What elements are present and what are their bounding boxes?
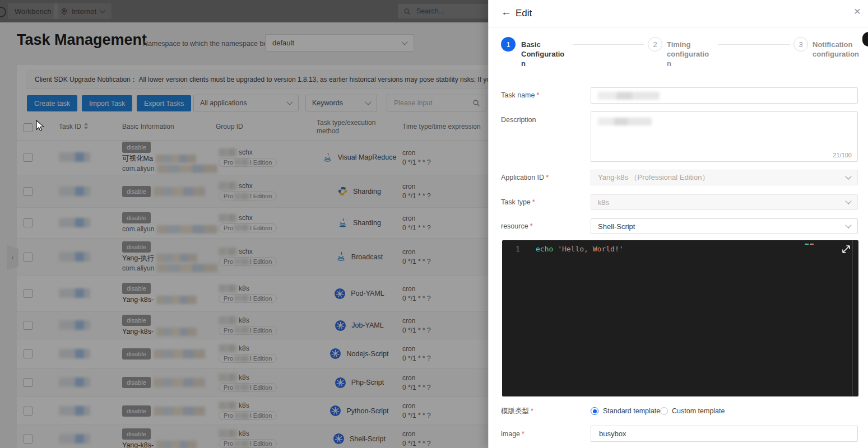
custom-template-option[interactable]: Custom template — [672, 407, 725, 415]
description-textarea[interactable]: 21/100 — [591, 111, 858, 162]
chevron-down-icon — [845, 198, 851, 204]
step-1-label: Basic Configuration — [521, 40, 566, 68]
task-type-label: Task type* — [501, 198, 535, 206]
char-counter: 21/100 — [833, 152, 852, 158]
application-id-value: Yang-k8s （Professional Edition） — [598, 172, 709, 183]
chevron-down-icon — [845, 222, 851, 228]
code-line: echo 'Hello, World!' — [536, 245, 624, 253]
drawer-title: Edit — [516, 8, 532, 19]
image-input-wrap — [591, 426, 858, 442]
task-type-value: k8s — [598, 198, 609, 207]
image-input[interactable] — [598, 429, 851, 438]
close-icon[interactable]: × — [854, 4, 861, 18]
redacted-value — [598, 92, 660, 100]
step-connector — [718, 44, 790, 45]
chevron-down-icon — [845, 173, 851, 179]
step-2-circle[interactable]: 2 — [648, 37, 662, 52]
minimap-mark — [810, 244, 814, 245]
drawer-mask[interactable] — [0, 0, 489, 448]
script-code-editor[interactable]: 1 echo 'Hello, World!' — [502, 240, 858, 396]
application-id-select[interactable]: Yang-k8s （Professional Edition） — [591, 170, 858, 185]
step-3-circle[interactable]: 3 — [793, 37, 808, 52]
app-root: Workbench Internet Task Management Names… — [0, 0, 868, 448]
standard-template-option[interactable]: Standard template — [603, 407, 660, 415]
application-id-label: Application ID* — [501, 174, 549, 181]
edit-drawer: ← Edit × 1 Basic Configuration 2 Timing … — [488, 0, 868, 448]
resource-value: Shell-Script — [598, 222, 635, 231]
header-divider — [489, 27, 868, 27]
description-label: Description — [501, 116, 536, 124]
step-2-label: Timing configuration — [667, 40, 712, 68]
mouse-cursor-icon — [36, 120, 47, 132]
step-3-label: Notification configuration — [813, 40, 864, 59]
resource-select[interactable]: Shell-Script — [591, 218, 858, 234]
minimap-mark — [805, 244, 809, 245]
task-name-input[interactable] — [591, 87, 858, 104]
resource-label: resource* — [501, 222, 533, 230]
standard-template-radio[interactable] — [591, 407, 598, 415]
back-arrow-icon[interactable]: ← — [501, 6, 512, 18]
template-type-label: 模版类型* — [501, 407, 533, 416]
image-label: image* — [501, 430, 524, 438]
task-type-select[interactable]: k8s — [591, 194, 858, 210]
custom-template-radio[interactable] — [660, 407, 668, 415]
line-number: 1 — [516, 245, 520, 253]
step-1-circle[interactable]: 1 — [501, 37, 516, 52]
redacted-value — [598, 118, 652, 125]
fullscreen-expand-icon[interactable] — [841, 244, 852, 255]
task-name-label: Task name* — [501, 91, 539, 99]
step-connector — [573, 44, 644, 45]
minimap-divider — [852, 240, 853, 396]
